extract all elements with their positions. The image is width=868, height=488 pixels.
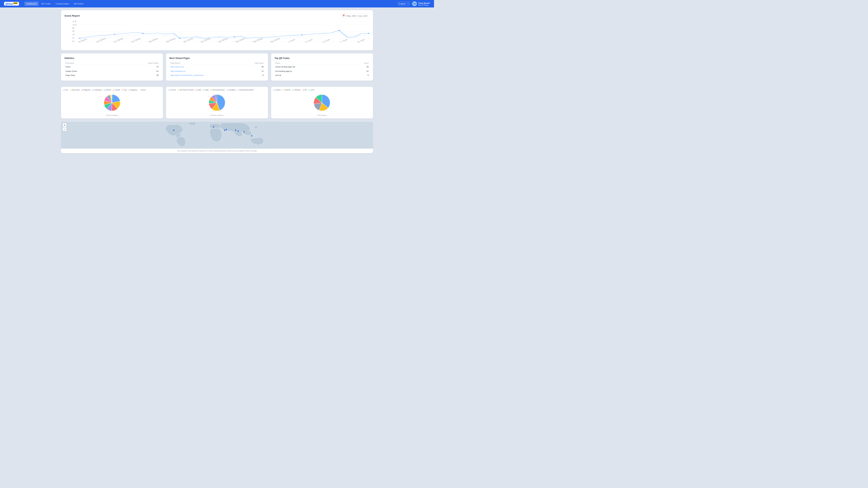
param-name: Scans (64, 65, 114, 69)
qr-name: qrzam landing page link (274, 65, 347, 69)
legend-dot (139, 90, 140, 90)
stats-row: Statistics Parameters Report Values Scan… (61, 54, 373, 84)
legend-dot (273, 90, 275, 90)
table-row: first landing page qr22 (274, 69, 370, 73)
svg-text:3 Jun: 3 Jun (304, 39, 314, 43)
os-label: OS Analysis (273, 114, 371, 116)
svg-text:2: 2 (72, 37, 74, 39)
qr-col-name: Name (274, 61, 347, 65)
legend-dot (63, 90, 65, 90)
table-row: qrzam landing page link29 (274, 65, 370, 69)
language-selector[interactable]: English ▾ (397, 2, 409, 6)
legend-label: facebook/external/ref (239, 89, 254, 91)
legend-label: Android (275, 89, 281, 91)
logo-area: QRZamBETA (4, 2, 19, 6)
qr-name: print qr (274, 73, 347, 77)
legend-dot (282, 90, 284, 90)
legend-dot (81, 90, 82, 90)
most-viewed-title: Most Viewed Pages (170, 57, 265, 60)
zoom-in-button[interactable]: + (63, 123, 66, 127)
svg-point-20 (338, 30, 340, 31)
svg-text:0: 0 (72, 40, 74, 42)
svg-text:14 May: 14 May (130, 38, 142, 43)
date-range-picker[interactable]: 📅 8 May, 2023 - 8 Jun, 2023 (340, 14, 370, 18)
legend-label: Canada (115, 89, 120, 91)
svg-point-18 (234, 37, 235, 37)
nav-links: Dashboard QR Codes Landing Pages QR Orde… (24, 2, 397, 6)
svg-point-45 (224, 129, 225, 130)
qr-scans: 22 (347, 69, 370, 73)
qr-name: first landing page qr (274, 69, 347, 73)
legend-dot (195, 90, 197, 90)
country-chart-area (63, 93, 161, 113)
legend-label: Philippines (83, 89, 91, 91)
svg-text:8 Jun: 8 Jun (356, 39, 366, 43)
legend-label: Samsung Browser (212, 89, 225, 91)
country-label: Country Analysis (63, 114, 161, 116)
legend-label: Unknown (284, 89, 291, 91)
legend-label: Linux (311, 89, 314, 91)
legend-item: Iraq (122, 89, 127, 91)
legend-label: Windows (295, 89, 301, 91)
avatar: TQ (412, 1, 417, 6)
legend-label: QR Scanner Android (180, 89, 194, 91)
legend-item: iOS (302, 89, 307, 91)
map-card: + − Geo Analysis (The location is based … (61, 122, 373, 154)
language-select[interactable]: English (397, 2, 409, 6)
browser-pie-svg (209, 94, 225, 111)
mv-col-names: Page Names (170, 61, 242, 65)
nav-qr-orders[interactable]: QR Orders (72, 2, 86, 6)
os-chart-area (273, 93, 371, 113)
nav-qr-codes[interactable]: QR Codes (39, 2, 53, 6)
svg-text:28 May: 28 May (252, 38, 264, 43)
legend-dot (237, 90, 239, 90)
svg-text:1 Jun: 1 Jun (287, 39, 296, 43)
svg-point-51 (238, 130, 239, 131)
legend-label: Iran (65, 89, 68, 91)
legend-item: Philippines (81, 89, 91, 91)
mv-col-views: Page Views (242, 61, 264, 65)
legend-item: Edge (203, 89, 209, 91)
zoom-out-button[interactable]: − (63, 127, 66, 131)
param-name: Unique Scans (64, 69, 114, 73)
table-row: Page Views38 (64, 73, 160, 77)
nav-landing-pages[interactable]: Landing Pages (54, 2, 71, 6)
svg-text:12 May: 12 May (112, 38, 124, 43)
calendar-icon: 📅 (342, 15, 345, 17)
svg-point-21 (368, 33, 370, 34)
legend-dot (113, 90, 114, 90)
legend-label: Singapore (130, 89, 137, 91)
logo-badge: BETA (13, 2, 18, 4)
user-name: Tung Quach (418, 2, 430, 4)
table-row: https://example.com12 (170, 69, 265, 73)
svg-point-16 (142, 33, 144, 34)
qr-scans: 9 (347, 73, 370, 77)
qr-scans: 29 (347, 65, 370, 69)
country-legend: IranHong KongPhilippinesUzbekistanVietna… (63, 89, 161, 91)
legend-label: France (141, 89, 146, 91)
page-name: https://qrzam.com/make?utm_channel=print (170, 73, 242, 77)
svg-text:4: 4 (72, 34, 74, 36)
legend-dot (122, 90, 123, 90)
param-name: Page Views (64, 73, 114, 77)
nav-dashboard[interactable]: Dashboard (24, 2, 38, 6)
legend-label: Edge (205, 89, 209, 91)
browser-legend: ChromeQR Scanner AndroidSafariEdgeSamsun… (169, 89, 266, 91)
param-value: 61 (114, 69, 160, 73)
legend-dot (293, 90, 294, 90)
statistics-title: Statistics (64, 57, 160, 60)
statistics-card: Statistics Parameters Report Values Scan… (61, 54, 163, 81)
page-views: 12 (242, 69, 264, 73)
legend-dot (226, 90, 228, 90)
user-info: TQ Tung Quach Demo Project (412, 1, 430, 6)
most-viewed-card: Most Viewed Pages Page Names Page Views … (166, 54, 268, 81)
svg-text:7 Jun: 7 Jun (339, 39, 349, 43)
page-views: 38 (242, 65, 264, 69)
svg-text:26 May: 26 May (234, 38, 246, 43)
legend-label: Safari (197, 89, 201, 91)
legend-item: QR Scanner Android (178, 89, 194, 91)
user-project: Demo Project (418, 4, 430, 6)
svg-text:22 May: 22 May (199, 38, 212, 43)
legend-dot (178, 90, 179, 90)
legend-label: Googlebot (229, 89, 236, 91)
